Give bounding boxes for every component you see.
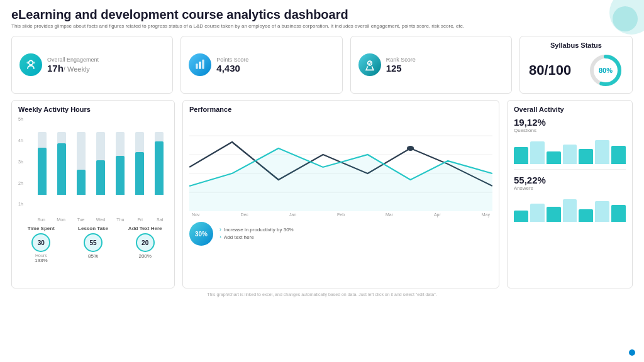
activity-title: Overall Activity xyxy=(514,106,626,113)
questions-label: Questions xyxy=(514,128,626,133)
svg-point-6 xyxy=(367,62,372,66)
syllabus-donut: 80% xyxy=(588,53,623,88)
mini-circle-lesson: 55 xyxy=(84,233,103,252)
svg-rect-5 xyxy=(203,60,204,69)
activity-questions: 19,12% Questions xyxy=(514,117,626,164)
y-axis: 1h 2h 3h 4h 5h xyxy=(18,117,23,217)
syllabus-status-card: Syllabus Status 80/100 80% xyxy=(519,36,633,94)
kpi-label-0: Overall Engagement xyxy=(47,57,99,63)
activity-answers: 55,22% Answers xyxy=(514,175,626,222)
syllabus-score: 80/100 xyxy=(529,62,571,79)
bar-group-Mon xyxy=(53,117,70,195)
mini-stats: Time Spent 30 Hours 133% Lesson Take 55 … xyxy=(18,226,168,263)
perf-badge: 30% xyxy=(189,222,213,246)
performance-x-labels: Nov Dec Jan Feb Mar Apr May xyxy=(189,212,492,217)
mini-stat-time: Time Spent 30 Hours 133% xyxy=(18,226,64,263)
bar-group-Sun xyxy=(33,117,50,195)
bottom-dot xyxy=(629,349,635,356)
rank-icon xyxy=(358,53,381,76)
mini-stat-addtext: Add Text Here 20 200% xyxy=(122,226,168,263)
kpi-label-2: Rank Score xyxy=(386,57,416,63)
syllabus-percent-label: 80% xyxy=(599,67,613,74)
svg-point-0 xyxy=(29,61,33,65)
page-subtitle: This slide provides glimpse about facts … xyxy=(11,23,633,30)
syllabus-title: Syllabus Status xyxy=(529,41,623,49)
performance-title: Performance xyxy=(189,106,492,113)
bar-group-Sat xyxy=(151,117,168,195)
weekly-activity-panel: Weekly Activity Hours 1h 2h 3h 4h 5h Sun… xyxy=(11,100,175,288)
bar-group-Fri xyxy=(131,117,148,195)
svg-point-14 xyxy=(407,146,414,151)
kpi-label-1: Points Score xyxy=(216,57,248,63)
bar-group-Tue xyxy=(72,117,89,195)
bar-group-Thu xyxy=(112,117,129,195)
activity-divider xyxy=(514,169,626,170)
svg-rect-4 xyxy=(199,62,201,69)
kpi-overall-engagement: Overall Engagement 17h/ Weekly xyxy=(11,36,173,94)
decorative-circles xyxy=(594,0,644,38)
weekly-bar-chart: 1h 2h 3h 4h 5h xyxy=(18,117,168,217)
kpi-value-2: 125 xyxy=(386,63,416,74)
questions-bars xyxy=(514,136,626,164)
mini-circle-addtext: 20 xyxy=(136,233,155,252)
bar-group-Wed xyxy=(92,117,109,195)
overall-activity-panel: Overall Activity 19,12% Questions 55,22%… xyxy=(507,100,633,288)
svg-rect-3 xyxy=(196,64,198,69)
answers-label: Answers xyxy=(514,185,626,191)
engagement-icon xyxy=(19,53,42,76)
performance-footer: 30% › Increase in productivity by 30% › … xyxy=(189,222,492,246)
page-title: eLearning and development course analyti… xyxy=(11,8,633,22)
kpi-value-0: 17h/ Weekly xyxy=(47,63,99,74)
kpi-value-1: 4,430 xyxy=(216,63,248,74)
kpi-rank-score: Rank Score 125 xyxy=(350,36,512,94)
mini-circle-time: 30 xyxy=(31,233,50,252)
perf-bullets: › Increase in productivity by 30% › Add … xyxy=(219,226,294,241)
performance-panel: Performance xyxy=(182,100,499,288)
kpi-points-score: Points Score 4,430 xyxy=(180,36,342,94)
answers-bars xyxy=(514,194,626,222)
performance-chart xyxy=(189,117,492,211)
points-icon xyxy=(189,53,211,76)
answers-pct: 55,22% xyxy=(514,175,626,185)
weekly-title: Weekly Activity Hours xyxy=(18,106,168,113)
svg-marker-13 xyxy=(189,148,492,211)
questions-pct: 19,12% xyxy=(514,117,626,128)
mini-stat-lesson: Lesson Take 55 85% xyxy=(70,226,116,263)
x-labels: SunMonTueWedThuFriSat xyxy=(18,217,168,222)
footer-note: This graph/chart is linked to excel, and… xyxy=(11,292,633,297)
svg-point-1 xyxy=(33,62,35,63)
svg-point-2 xyxy=(26,62,28,63)
